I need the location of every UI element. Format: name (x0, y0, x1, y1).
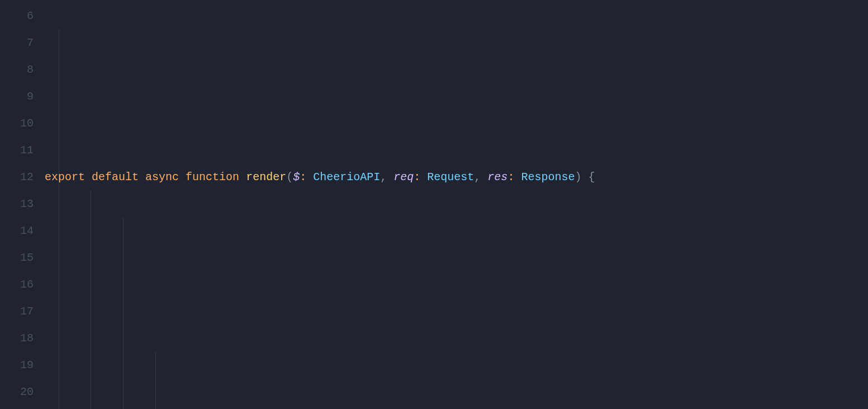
line-number: 13 (0, 191, 34, 218)
line-number: 9 (0, 83, 34, 110)
line-number: 15 (0, 245, 34, 271)
keyword-default: default (92, 171, 139, 184)
line-number: 18 (0, 325, 34, 352)
line-number: 16 (0, 271, 34, 298)
line-number: 7 (0, 30, 34, 57)
type: Response (521, 171, 575, 184)
line-number: 19 (0, 352, 34, 379)
line-number: 6 (0, 3, 34, 30)
code-area[interactable]: export default async function render($: … (45, 0, 868, 409)
line-number: 8 (0, 57, 34, 83)
param-req: req (393, 171, 414, 184)
line-number: 10 (0, 110, 34, 137)
type: Request (427, 171, 474, 184)
line-number: 11 (0, 137, 34, 164)
param-res: res (487, 171, 507, 184)
line-number: 12 (0, 164, 34, 191)
line-number: 20 (0, 379, 34, 406)
code-editor[interactable]: 6 7 8 9 10 11 12 13 14 15 16 17 18 19 20… (0, 0, 868, 409)
line-number-gutter: 6 7 8 9 10 11 12 13 14 15 16 17 18 19 20 (0, 0, 45, 409)
code-line[interactable]: export default async function render($: … (45, 164, 868, 191)
line-number: 17 (0, 298, 34, 325)
type: CheerioAPI (313, 171, 380, 184)
keyword-function: function (186, 171, 239, 184)
line-number: 14 (0, 218, 34, 245)
keyword-async: async (145, 171, 179, 184)
keyword-export: export (45, 171, 85, 184)
function-name: render (246, 171, 286, 184)
param-dollar: $ (293, 171, 300, 184)
code-line[interactable] (45, 298, 868, 325)
